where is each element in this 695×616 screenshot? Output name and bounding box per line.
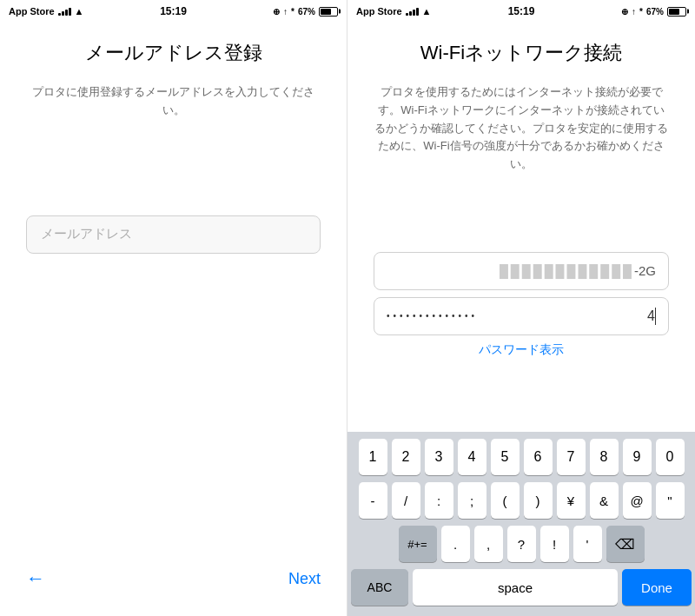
- key-2[interactable]: 2: [392, 439, 420, 475]
- left-screen-title: メールアドレス登録: [26, 40, 321, 66]
- left-bt-icon: *: [291, 7, 295, 17]
- back-button[interactable]: ←: [26, 567, 45, 590]
- key-1[interactable]: 1: [359, 439, 387, 475]
- left-time: 15:19: [160, 5, 187, 17]
- right-screen-description: プロタを使用するためにはインターネット接続が必要です。Wi-Fiネットワークにイ…: [374, 83, 669, 174]
- right-app-name: App Store: [356, 6, 402, 17]
- keyboard-row-symbols: - / : ; ( ) ¥ & @ ": [351, 482, 692, 519]
- key-6[interactable]: 6: [524, 439, 553, 475]
- right-bt-icon: *: [639, 7, 643, 17]
- left-screen-description: プロタに使用登録するメールアドレスを入力してください。: [26, 83, 321, 120]
- key-delete[interactable]: ⌫: [606, 526, 645, 562]
- right-screen-content: Wi-Fiネットワーク接続 プロタを使用するためにはインターネット接続が必要です…: [348, 23, 695, 432]
- show-password-button[interactable]: パスワード表示: [374, 342, 669, 358]
- left-arrow-icon: ↑: [283, 7, 288, 17]
- key-semicolon[interactable]: ;: [458, 482, 486, 519]
- keyboard-row-bottom: ABC space Done: [351, 569, 692, 606]
- key-at[interactable]: @: [623, 482, 652, 519]
- key-amp[interactable]: &: [590, 482, 619, 519]
- key-exclaim[interactable]: !: [540, 526, 569, 562]
- wifi-input-section: ████████████ -2G •••••••••••••• 4: [374, 252, 669, 335]
- key-done[interactable]: Done: [622, 569, 692, 606]
- key-space[interactable]: space: [413, 569, 618, 606]
- wifi-name-field[interactable]: ████████████ -2G: [374, 252, 669, 290]
- key-rparen[interactable]: ): [524, 482, 553, 519]
- right-status-left: App Store ▲: [356, 6, 431, 17]
- key-4[interactable]: 4: [458, 439, 486, 475]
- right-time: 15:19: [508, 5, 535, 17]
- delete-icon: ⌫: [615, 536, 635, 553]
- right-wifi-icon: ▲: [422, 6, 432, 17]
- key-dash[interactable]: -: [359, 482, 387, 519]
- password-dots: ••••••••••••••: [387, 311, 647, 321]
- key-yen[interactable]: ¥: [557, 482, 586, 519]
- key-question[interactable]: ?: [507, 526, 536, 562]
- right-arrow-icon: ↑: [632, 7, 636, 17]
- right-screen-title: Wi-Fiネットワーク接続: [374, 40, 669, 66]
- right-status-right: ⊕ ↑ * 67%: [621, 7, 686, 17]
- key-quote[interactable]: ": [656, 482, 685, 519]
- key-colon[interactable]: :: [425, 482, 453, 519]
- wifi-name-suffix: -2G: [634, 263, 656, 278]
- key-comma[interactable]: ,: [474, 526, 503, 562]
- email-input-area: メールアドレス: [26, 215, 321, 254]
- keyboard: 1 2 3 4 5 6 7 8 9 0 - / : ; ( ) ¥ & @ " …: [348, 432, 695, 616]
- key-hashtag-plus[interactable]: #+=: [399, 526, 437, 562]
- left-battery-icon: [319, 7, 338, 17]
- password-last-char: 4: [647, 308, 655, 324]
- key-slash[interactable]: /: [392, 482, 420, 519]
- keyboard-row-special: #+= . , ? ! ' ⌫: [351, 526, 692, 562]
- email-placeholder: メールアドレス: [41, 226, 132, 242]
- key-8[interactable]: 8: [590, 439, 619, 475]
- left-screen-content: メールアドレス登録 プロタに使用登録するメールアドレスを入力してください。 メー…: [0, 23, 347, 550]
- key-abc[interactable]: ABC: [351, 569, 408, 606]
- key-lparen[interactable]: (: [491, 482, 520, 519]
- left-status-right: ⊕ ↑ * 67%: [273, 7, 338, 17]
- wifi-name-blurred: ████████████: [500, 264, 634, 278]
- left-wifi-icon: ▲: [75, 6, 84, 17]
- left-battery-pct: 67%: [298, 7, 315, 17]
- right-status-bar: App Store ▲ 15:19 ⊕ ↑ * 67%: [348, 0, 695, 23]
- key-apostrophe[interactable]: ': [573, 526, 602, 562]
- left-bottom-nav: ← Next: [0, 550, 347, 616]
- left-phone-screen: App Store ▲ 15:19 ⊕ ↑ * 67% メールアドレス登録 プロ…: [0, 0, 348, 616]
- key-period[interactable]: .: [441, 526, 470, 562]
- left-status-bar: App Store ▲ 15:19 ⊕ ↑ * 67%: [0, 0, 347, 23]
- left-app-name: App Store: [9, 6, 55, 17]
- email-input-field[interactable]: メールアドレス: [26, 215, 321, 254]
- right-battery-icon: [667, 7, 686, 17]
- left-status-left: App Store ▲: [9, 6, 83, 17]
- right-phone-screen: App Store ▲ 15:19 ⊕ ↑ * 67% Wi-Fiネットワーク接…: [348, 0, 695, 616]
- right-location-icon: ⊕: [621, 7, 628, 17]
- key-0[interactable]: 0: [656, 439, 685, 475]
- right-battery-pct: 67%: [646, 7, 664, 17]
- left-signal-bars: [58, 7, 71, 16]
- keyboard-row-numbers: 1 2 3 4 5 6 7 8 9 0: [351, 439, 692, 475]
- next-button[interactable]: Next: [288, 570, 321, 588]
- key-3[interactable]: 3: [425, 439, 453, 475]
- left-location-icon: ⊕: [273, 7, 280, 17]
- key-7[interactable]: 7: [557, 439, 586, 475]
- wifi-password-field[interactable]: •••••••••••••• 4: [374, 297, 669, 335]
- key-9[interactable]: 9: [623, 439, 652, 475]
- key-5[interactable]: 5: [491, 439, 520, 475]
- show-password-label: パスワード表示: [479, 342, 564, 356]
- password-cursor: [655, 308, 656, 325]
- right-signal-bars: [406, 7, 419, 16]
